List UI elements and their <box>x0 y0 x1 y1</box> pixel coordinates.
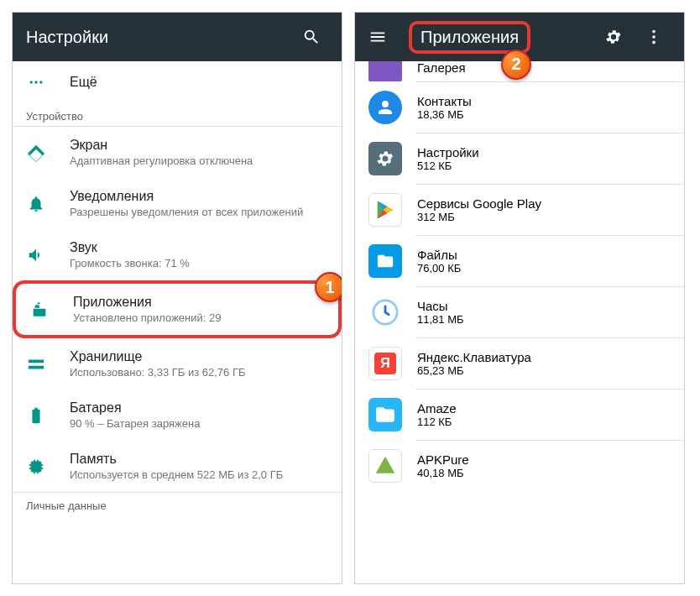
search-button[interactable] <box>295 28 328 46</box>
app-size: 512 КБ <box>417 159 479 172</box>
item-subtitle: Разрешены уведомления от всех приложений <box>70 206 328 218</box>
item-subtitle: Громкость звонка: 71 % <box>70 257 328 269</box>
gear-icon <box>604 28 623 46</box>
app-name: Настройки <box>417 145 479 159</box>
settings-item-apps[interactable]: Приложения Установлено приложений: 29 1 <box>13 280 342 338</box>
app-name: Контакты <box>417 94 472 108</box>
apps-icon <box>29 300 50 320</box>
app-name: Amaze <box>417 401 457 416</box>
app-size: 112 КБ <box>417 416 457 428</box>
app-icon <box>368 61 402 81</box>
settings-gear-button[interactable] <box>597 28 630 46</box>
sound-icon <box>26 245 46 265</box>
settings-item-bell[interactable]: Уведомления Разрешены уведомления от все… <box>13 178 342 229</box>
app-icon <box>368 193 402 227</box>
app-row-4[interactable]: Файлы 76,00 КБ <box>355 236 684 286</box>
hamburger-icon <box>368 28 387 46</box>
app-row-6[interactable]: Я Яндекс.Клавиатура 65,23 МБ <box>355 338 684 389</box>
more-label: Ещё <box>70 75 328 90</box>
app-size: 76,00 КБ <box>417 262 461 274</box>
item-subtitle: Установлено приложений: 29 <box>73 311 325 324</box>
app-icon <box>368 91 402 124</box>
settings-screen: Настройки Ещё Устройство Экран Адаптивна… <box>12 12 342 584</box>
app-icon <box>368 449 402 483</box>
settings-item-sound[interactable]: Звук Громкость звонка: 71 % <box>13 229 342 280</box>
svg-marker-11 <box>376 457 395 473</box>
settings-item-memory[interactable]: Память Используется в среднем 522 МБ из … <box>13 441 342 492</box>
app-row-7[interactable]: Amaze 112 КБ <box>355 389 684 440</box>
item-title: Экран <box>70 138 328 153</box>
item-title: Звук <box>70 240 328 255</box>
app-icon <box>368 295 402 329</box>
svg-point-5 <box>652 41 656 44</box>
svg-point-2 <box>39 81 42 83</box>
item-title: Память <box>70 452 328 467</box>
app-row-3[interactable]: Сервисы Google Play 312 МБ <box>355 185 684 235</box>
app-name: Сервисы Google Play <box>417 196 541 211</box>
hamburger-button[interactable] <box>368 28 402 46</box>
app-name: Галерея <box>417 61 466 75</box>
more-row[interactable]: Ещё <box>13 61 342 103</box>
battery-icon <box>26 405 46 426</box>
item-subtitle: Использовано: 3,33 ГБ из 62,76 ГБ <box>70 366 328 379</box>
section-device-label: Устройство <box>13 103 342 126</box>
more-icon <box>26 72 46 92</box>
apps-title: Приложения <box>421 28 519 46</box>
app-icon: Я <box>368 347 402 380</box>
settings-item-battery[interactable]: Батарея 90 % – Батарея заряжена <box>13 389 342 441</box>
svg-point-3 <box>652 30 656 34</box>
item-title: Хранилище <box>70 349 328 364</box>
app-name: Файлы <box>417 248 461 262</box>
storage-icon <box>26 354 46 374</box>
app-name: Часы <box>417 299 464 313</box>
search-icon <box>302 28 321 46</box>
appbar-apps: Приложения 2 <box>355 13 684 61</box>
app-icon <box>368 142 402 175</box>
settings-item-display[interactable]: Экран Адаптивная регулировка отключена <box>13 127 342 178</box>
section-personal-label: Личные данные <box>13 493 342 515</box>
settings-item-storage[interactable]: Хранилище Использовано: 3,33 ГБ из 62,76… <box>13 338 342 389</box>
app-row-8[interactable]: APKPure 40,18 МБ <box>355 441 684 491</box>
apps-title-highlight: Приложения <box>409 21 530 54</box>
app-size: 11,81 МБ <box>417 313 464 326</box>
display-icon <box>26 143 46 163</box>
svg-point-0 <box>30 81 33 83</box>
svg-point-1 <box>34 81 37 83</box>
svg-point-4 <box>652 35 656 39</box>
app-icon <box>368 398 402 431</box>
item-title: Приложения <box>73 295 325 310</box>
app-name: Яндекс.Клавиатура <box>417 350 531 364</box>
overflow-button[interactable] <box>637 28 671 46</box>
app-size: 18,36 МБ <box>417 108 472 121</box>
bell-icon <box>26 194 46 214</box>
item-subtitle: Адаптивная регулировка отключена <box>70 154 328 167</box>
app-size: 312 МБ <box>417 211 541 223</box>
item-subtitle: 90 % – Батарея заряжена <box>70 417 328 430</box>
app-size: 65,23 МБ <box>417 364 531 377</box>
appbar-settings: Настройки <box>13 13 342 61</box>
apps-screen: Приложения 2 Галерея Контакты 18,36 МБ Н… <box>354 12 685 584</box>
item-title: Батарея <box>70 400 328 416</box>
app-row-1[interactable]: Контакты 18,36 МБ <box>355 82 684 133</box>
memory-icon <box>26 457 46 477</box>
item-subtitle: Используется в среднем 522 МБ из 2,0 ГБ <box>70 468 328 481</box>
app-name: APKPure <box>417 452 469 467</box>
overflow-icon <box>645 28 663 46</box>
item-title: Уведомления <box>70 189 328 204</box>
app-row-5[interactable]: Часы 11,81 МБ <box>355 287 684 337</box>
app-icon <box>368 244 402 278</box>
app-row-2[interactable]: Настройки 512 КБ <box>355 133 684 184</box>
badge-1: 1 <box>315 272 342 302</box>
badge-2: 2 <box>501 50 531 80</box>
settings-title: Настройки <box>26 28 295 47</box>
app-size: 40,18 МБ <box>417 467 469 479</box>
